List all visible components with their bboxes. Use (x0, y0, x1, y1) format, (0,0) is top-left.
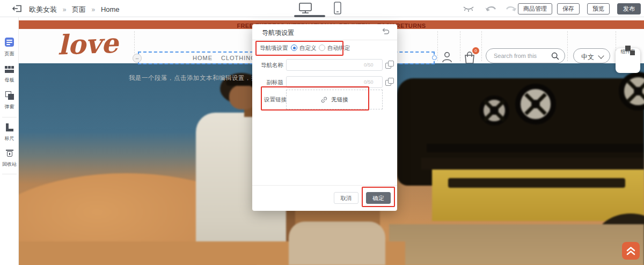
hero-vehicle-window-slot (448, 178, 625, 188)
nav-item-clothing[interactable]: CLOTHING (221, 55, 256, 61)
cart-count-badge: 0 (472, 47, 479, 54)
drag-handle-icon[interactable]: ↔ (133, 54, 142, 63)
mobile-view-toggle[interactable] (328, 2, 347, 16)
dialog-footer: 取消 确定 (252, 185, 397, 186)
nav-item-home[interactable]: HOME (193, 55, 213, 61)
reset-undo-icon[interactable] (382, 28, 390, 36)
set-link-button[interactable]: 无链接 (286, 90, 383, 109)
radio-auto-bind-label[interactable]: 自动绑定 (327, 45, 350, 52)
sidebar-item-label: 页面 (0, 50, 19, 57)
resize-handle[interactable] (432, 55, 437, 60)
left-toolbar: 页面 母板 弹窗 标尺 回收站 (0, 17, 19, 265)
nav-name-label: 导航名称 (252, 62, 283, 69)
app-root: 欧美女装 » 页面 » Home 商品管理 保存 预览 发布 页面 (0, 0, 644, 265)
sidebar-item-pages[interactable]: 页面 (0, 38, 19, 57)
desktop-view-toggle[interactable] (296, 2, 314, 16)
radio-custom-label[interactable]: 自定义 (299, 45, 317, 52)
radio-custom[interactable] (291, 45, 297, 51)
breadcrumb-separator: » (63, 6, 67, 13)
popup-icon (5, 91, 14, 100)
hero-ground-right (389, 224, 644, 265)
confirm-button[interactable]: 确定 (366, 192, 391, 204)
breadcrumb-section[interactable]: 页面 (72, 5, 86, 13)
sidebar-item-label: 弹窗 (0, 104, 19, 111)
breadcrumb-page: Home (101, 5, 120, 13)
hero-person-right-skirt (289, 222, 385, 265)
hero-headlamp-large (515, 84, 556, 124)
sidebar-item-master[interactable]: 母板 (0, 65, 19, 84)
hero-headlamp-small (479, 95, 509, 126)
dialog-title: 导航项设置 (262, 28, 294, 38)
nav-setting-label: 导航项设置 (260, 45, 288, 52)
product-manage-button[interactable]: 商品管理 (518, 3, 552, 14)
trash-icon (6, 149, 13, 157)
search-input[interactable] (494, 51, 552, 61)
sidebar-item-ruler[interactable]: 标尺 (0, 123, 19, 142)
link-chain-icon (320, 96, 328, 104)
save-button[interactable]: 保存 (557, 3, 580, 14)
sidebar-item-recycle-bin[interactable]: 回收站 (0, 149, 19, 168)
dialog-header: 导航项设置 (252, 24, 397, 40)
search-icon[interactable] (551, 52, 559, 62)
master-template-icon (5, 66, 14, 73)
nav-name-counter: 0/50 (364, 62, 374, 68)
hide-guides-eye-icon[interactable] (463, 5, 474, 14)
component-library-button[interactable]: 组件库 (616, 48, 640, 73)
hero-vehicle-windshield-bar (427, 144, 644, 152)
nav-item-settings-dialog: 导航项设置 导航项设置 自定义 自动绑定 导航名称 0/50 副标题 0/50 … (252, 24, 397, 211)
active-device-indicator (294, 15, 325, 17)
sidebar-divider (2, 174, 17, 174)
header-divider (437, 31, 438, 61)
language-label: 中文 (581, 53, 594, 62)
header-divider (481, 31, 482, 61)
breadcrumb-separator: » (92, 6, 96, 13)
search-box (486, 48, 565, 63)
set-link-label: 设置链接 (264, 96, 287, 104)
hero-vehicle-roof-rack (421, 158, 644, 170)
subtitle-label: 副标题 (252, 79, 283, 86)
header-divider (460, 31, 460, 61)
sidebar-item-popup[interactable]: 弹窗 (0, 91, 19, 111)
header-divider (567, 31, 568, 61)
back-exit-icon[interactable] (12, 4, 23, 13)
publish-button[interactable]: 发布 (617, 3, 641, 14)
breadcrumb-site[interactable]: 欧美女装 (29, 5, 57, 13)
chevron-down-icon (598, 53, 604, 58)
site-logo[interactable]: love (57, 26, 138, 61)
translate-icon[interactable] (385, 61, 394, 70)
preview-button[interactable]: 预览 (587, 3, 610, 14)
double-chevron-up-icon (626, 246, 635, 256)
pages-icon (5, 38, 14, 47)
sidebar-divider (2, 117, 17, 117)
radio-auto-bind[interactable] (319, 45, 325, 51)
redo-icon[interactable] (504, 4, 517, 15)
sidebar-item-label: 回收站 (0, 161, 19, 168)
undo-icon[interactable] (485, 4, 497, 15)
hero-vehicle-yellow-body (432, 170, 644, 221)
sidebar-item-label: 母板 (0, 77, 19, 84)
breadcrumb: 欧美女装 » 页面 » Home (29, 5, 120, 14)
ruler-icon (5, 123, 13, 131)
language-selector[interactable]: 中文 (573, 48, 610, 63)
cancel-button[interactable]: 取消 (334, 192, 358, 204)
scroll-to-top-button[interactable] (622, 242, 640, 260)
sidebar-item-label: 标尺 (0, 135, 19, 142)
no-link-label: 无链接 (331, 96, 348, 104)
translate-icon[interactable] (385, 78, 394, 87)
subtitle-counter: 0/50 (364, 79, 374, 85)
topbar: 欧美女装 » 页面 » Home 商品管理 保存 预览 发布 (0, 0, 644, 17)
